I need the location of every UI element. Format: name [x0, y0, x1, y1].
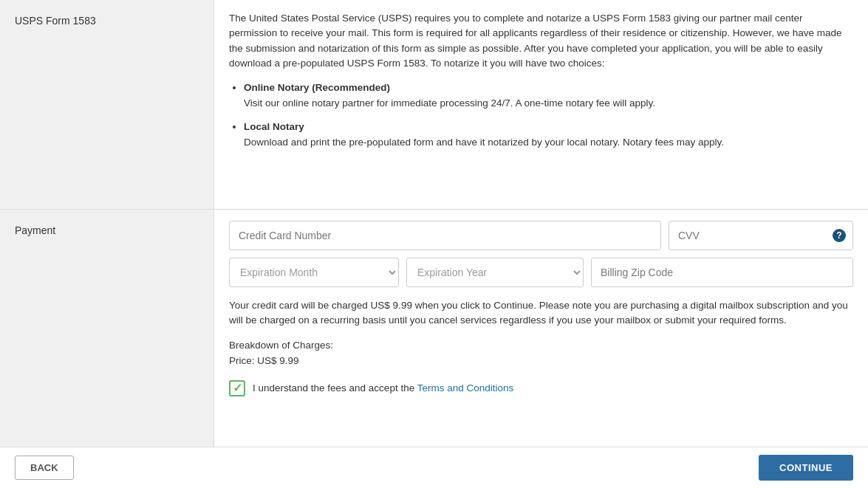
cvv-help-icon[interactable]: ?: [833, 229, 846, 242]
local-notary-title: Local Notary: [244, 121, 304, 132]
continue-button[interactable]: CONTINUE: [759, 455, 853, 481]
billing-zip-input[interactable]: [591, 258, 853, 287]
expiration-month-select[interactable]: Expiration Month 01 - January 02 - Febru…: [229, 258, 399, 287]
payment-title: Payment: [15, 224, 55, 236]
footer-bar: BACK CONTINUE: [0, 447, 868, 488]
cvv-wrapper: ?: [669, 221, 853, 250]
page-container: USPS Form 1583 The United States Postal …: [0, 0, 868, 488]
usps-options-list: Online Notary (Recommended) Visit our on…: [229, 80, 853, 150]
card-row-2: Expiration Month 01 - January 02 - Febru…: [229, 258, 853, 287]
usps-left-panel: USPS Form 1583: [0, 0, 214, 209]
terms-checkbox[interactable]: ✓: [229, 380, 245, 396]
checkmark-icon: ✓: [233, 382, 242, 394]
cvv-input[interactable]: [669, 221, 853, 250]
usps-description: The United States Postal Service (USPS) …: [229, 11, 853, 71]
usps-section-title: USPS Form 1583: [15, 15, 96, 27]
price-label: Price: US$ 9.99: [229, 353, 853, 369]
usps-right-panel: The United States Postal Service (USPS) …: [214, 0, 868, 209]
expiration-year-select[interactable]: Expiration Year 2024 2025 2026 2027 2028…: [406, 258, 584, 287]
terms-row: ✓ I understand the fees and accept the T…: [229, 380, 853, 396]
local-notary-desc: Download and print the pre-populated for…: [244, 137, 724, 148]
terms-link[interactable]: Terms and Conditions: [417, 382, 514, 394]
credit-card-input[interactable]: [229, 221, 661, 250]
online-notary-desc: Visit our online notary partner for imme…: [244, 97, 655, 109]
breakdown: Breakdown of Charges: Price: US$ 9.99: [229, 337, 853, 369]
online-notary-title: Online Notary (Recommended): [244, 82, 390, 93]
usps-section: USPS Form 1583 The United States Postal …: [0, 0, 868, 209]
payment-left-panel: Payment: [0, 210, 214, 447]
list-item: Local Notary Download and print the pre-…: [244, 119, 853, 151]
breakdown-title: Breakdown of Charges:: [229, 337, 853, 354]
list-item: Online Notary (Recommended) Visit our on…: [244, 80, 853, 111]
back-button[interactable]: BACK: [15, 456, 74, 480]
payment-section: Payment ? Expiration Month 01 - January …: [0, 210, 868, 447]
charge-notice: Your credit card will be charged US$ 9.9…: [229, 298, 853, 329]
terms-text: I understand the fees and accept the Ter…: [253, 382, 513, 394]
terms-label: I understand the fees and accept the: [253, 382, 417, 394]
payment-right-panel: ? Expiration Month 01 - January 02 - Feb…: [214, 210, 868, 447]
card-row-1: ?: [229, 221, 853, 250]
